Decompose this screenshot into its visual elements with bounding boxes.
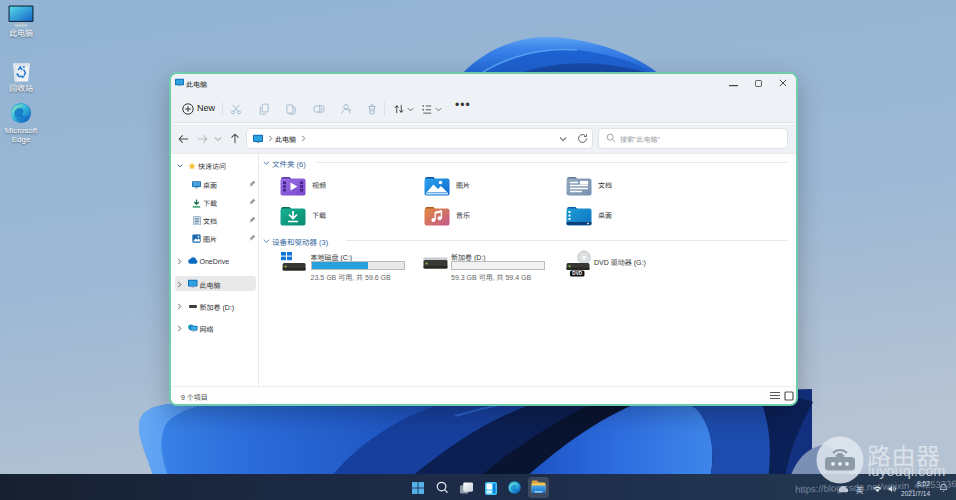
svg-text:DVD: DVD <box>572 271 582 276</box>
